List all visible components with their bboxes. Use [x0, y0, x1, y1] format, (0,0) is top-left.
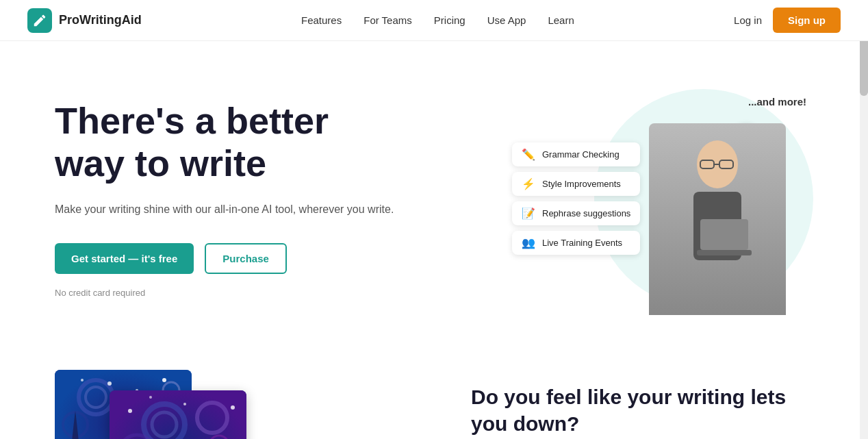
- purchase-button[interactable]: Purchase: [205, 243, 287, 274]
- person-svg: [663, 130, 772, 308]
- painting-stack: My idea in my head: [55, 370, 301, 439]
- svg-point-26: [183, 403, 186, 405]
- section2: My idea in my head Do you feel like your…: [0, 342, 868, 439]
- feature-cards-list: ✏️ Grammar Checking ⚡ Style Improvements…: [512, 142, 640, 255]
- svg-point-28: [149, 396, 152, 399]
- rephrase-label: Rephrase suggestions: [542, 208, 630, 218]
- rephrase-icon: 📝: [522, 207, 535, 220]
- svg-rect-6: [697, 250, 752, 255]
- hero-subtitle: Make your writing shine with our all-in-…: [55, 201, 394, 218]
- nav-links: Features For Teams Pricing Use App Learn: [301, 14, 574, 27]
- nav-features[interactable]: Features: [301, 14, 342, 26]
- section2-title: Do you feel like your writing lets you d…: [471, 384, 813, 437]
- svg-point-27: [231, 405, 235, 410]
- style-icon: ⚡: [522, 177, 535, 190]
- brand-name: ProWritingAid: [59, 13, 142, 27]
- nav-learn[interactable]: Learn: [548, 14, 574, 26]
- training-label: Live Training Events: [542, 238, 622, 248]
- hero-title: There's a better way to write: [55, 99, 394, 184]
- logo-icon: [27, 8, 52, 33]
- painting-front: [110, 390, 246, 439]
- nav-use-app[interactable]: Use App: [487, 14, 526, 26]
- hero-person-image: [649, 123, 786, 315]
- svg-point-25: [128, 409, 132, 413]
- navbar-actions: Log in Sign up: [734, 8, 841, 33]
- login-link[interactable]: Log in: [734, 14, 762, 26]
- nav-for-teams[interactable]: For Teams: [363, 14, 412, 26]
- svg-point-16: [81, 379, 84, 381]
- style-label: Style Improvements: [542, 179, 621, 189]
- svg-point-13: [107, 381, 112, 386]
- hero-section: There's a better way to write Make your …: [0, 41, 868, 342]
- svg-point-15: [162, 378, 166, 382]
- feature-card-style: ⚡ Style Improvements: [512, 172, 640, 196]
- feature-card-grammar: ✏️ Grammar Checking: [512, 142, 640, 166]
- grammar-label: Grammar Checking: [542, 149, 620, 160]
- and-more-label: ...and more!: [748, 96, 806, 108]
- hero-left: There's a better way to write Make your …: [55, 99, 394, 298]
- feature-card-training: 👥 Live Training Events: [512, 231, 640, 255]
- logo-svg: [32, 13, 47, 28]
- signup-button[interactable]: Sign up: [773, 8, 841, 33]
- section2-right: Do you feel like your writing lets you d…: [471, 370, 813, 439]
- hero-buttons: Get started — it's free Purchase: [55, 243, 394, 274]
- painting-front-svg: [110, 390, 246, 439]
- hero-illustration: ...and more! ✦ ✏️ Gr: [512, 82, 813, 315]
- logo-link[interactable]: ProWritingAid: [27, 8, 142, 33]
- get-started-button[interactable]: Get started — it's free: [55, 243, 194, 274]
- svg-rect-5: [700, 219, 748, 250]
- grammar-icon: ✏️: [522, 148, 535, 161]
- scrollbar-track[interactable]: [860, 0, 868, 439]
- no-credit-card-note: No credit card required: [55, 288, 394, 298]
- training-icon: 👥: [522, 236, 535, 249]
- nav-pricing[interactable]: Pricing: [434, 14, 465, 26]
- feature-card-rephrase: 📝 Rephrase suggestions: [512, 201, 640, 225]
- section2-illustration: My idea in my head: [55, 370, 342, 439]
- navbar: ProWritingAid Features For Teams Pricing…: [0, 0, 868, 41]
